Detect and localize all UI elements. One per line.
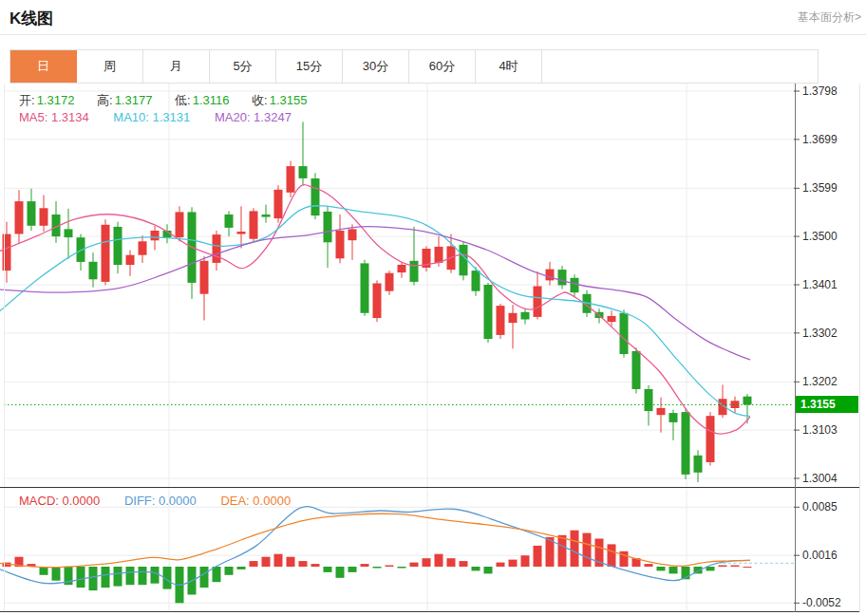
ma20-readout: MA20: 1.3247 — [215, 110, 292, 124]
ohlc-legend: 开:1.3172 高:1.3177 低:1.3116 收:1.3155 — [19, 92, 326, 109]
svg-text:0.0016: 0.0016 — [802, 549, 838, 562]
kline-candlestick-chart[interactable]: 1.37981.36991.35991.35001.34011.33021.32… — [0, 84, 866, 616]
diff-readout: DIFF: 0.0000 — [124, 494, 197, 508]
dea-readout: DEA: 0.0000 — [220, 494, 291, 508]
open-value: 1.3172 — [37, 93, 75, 107]
svg-text:1.3699: 1.3699 — [802, 133, 838, 146]
low-value: 1.3116 — [193, 93, 230, 107]
high-label: 高: — [97, 93, 113, 107]
svg-text:0.0085: 0.0085 — [802, 500, 838, 513]
svg-text:1.3103: 1.3103 — [802, 423, 838, 437]
ma-legend: MA5: 1.3134 MA10: 1.3131 MA20: 1.3247 — [19, 110, 312, 124]
ma5-readout: MA5: 1.3134 — [19, 110, 89, 124]
close-label: 收: — [252, 93, 268, 107]
page-title: K线图 — [9, 8, 53, 29]
current-price-tag: 1.3155 — [796, 396, 858, 413]
chart-area: 1.37981.36991.35991.35001.34011.33021.32… — [0, 84, 866, 616]
svg-text:-0.0052: -0.0052 — [802, 596, 841, 609]
tab-4hour[interactable]: 4时 — [476, 50, 542, 83]
svg-text:1.3798: 1.3798 — [802, 84, 838, 98]
svg-text:1.3004: 1.3004 — [802, 472, 838, 485]
macd-legend: MACD: 0.0000 DIFF: 0.0000 DEA: 0.0000 — [19, 494, 311, 508]
high-value: 1.3177 — [115, 93, 153, 107]
svg-text:1.3401: 1.3401 — [802, 278, 838, 291]
tab-5min[interactable]: 5分 — [210, 50, 276, 83]
low-label: 低: — [175, 93, 191, 107]
tab-60min[interactable]: 60分 — [409, 50, 476, 83]
period-tabs: 日 周 月 5分 15分 30分 60分 4时 — [9, 49, 819, 84]
tab-week[interactable]: 周 — [77, 50, 143, 83]
tab-30min[interactable]: 30分 — [343, 50, 409, 83]
header-divider — [0, 34, 866, 35]
svg-text:1.3202: 1.3202 — [802, 375, 838, 388]
close-value: 1.3155 — [270, 93, 308, 107]
tab-day[interactable]: 日 — [10, 50, 77, 83]
tab-month[interactable]: 月 — [143, 50, 210, 83]
fundamental-analysis-link[interactable]: 基本面分析> — [798, 9, 861, 26]
ma10-readout: MA10: 1.3131 — [113, 110, 190, 124]
svg-text:1.3599: 1.3599 — [802, 181, 838, 195]
svg-text:1.3302: 1.3302 — [802, 327, 838, 340]
open-label: 开: — [19, 93, 35, 107]
tab-15min[interactable]: 15分 — [276, 50, 343, 83]
kline-page: K线图 基本面分析> 日 周 月 5分 15分 30分 60分 4时 1.379… — [0, 0, 866, 616]
macd-readout: MACD: 0.0000 — [19, 494, 100, 508]
svg-text:1.3500: 1.3500 — [802, 230, 838, 243]
